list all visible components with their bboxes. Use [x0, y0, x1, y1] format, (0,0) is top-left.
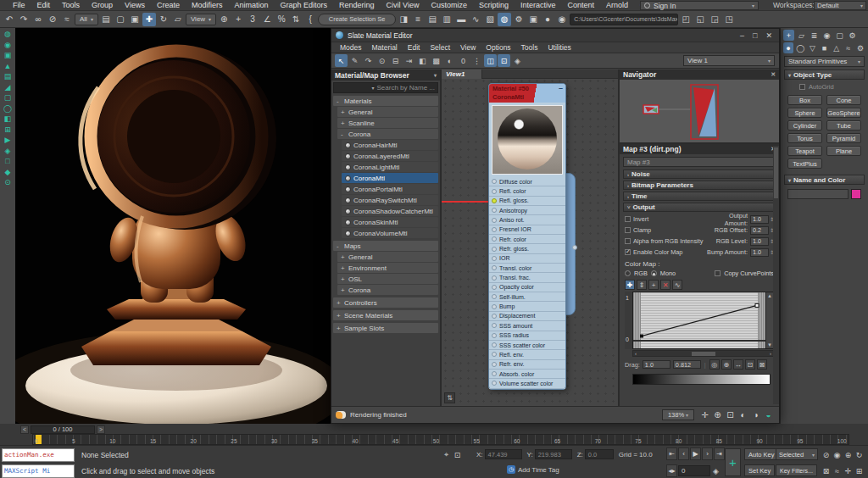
zoom-region-curve-icon[interactable]: ⊡: [745, 359, 755, 370]
zoom-region-view-icon[interactable]: ⊡: [724, 409, 737, 421]
browser-tree-row[interactable]: CoronaLightMtl: [342, 162, 438, 172]
primitive-category-select[interactable]: Standard Primitives: [784, 56, 865, 67]
unlink-selection-icon[interactable]: ⊘: [46, 13, 59, 26]
browser-tree-row[interactable]: CoronaMtl: [342, 173, 438, 183]
zoom-extents-curve-icon[interactable]: ⊠: [757, 359, 767, 370]
primitive-button[interactable]: Box: [787, 95, 822, 105]
material-slot[interactable]: Absorb. color: [489, 370, 565, 379]
zoom-curve-icon[interactable]: ⊕: [721, 359, 732, 370]
slate-menu-item[interactable]: Edit: [403, 43, 426, 52]
zoom-extents-icon[interactable]: ⊠: [821, 465, 832, 476]
move-children-icon[interactable]: ⇥: [403, 54, 415, 67]
delete-point-icon[interactable]: ✕: [660, 280, 670, 290]
menu-item[interactable]: Scripting: [473, 1, 515, 9]
menu-item[interactable]: Interactive: [515, 1, 562, 9]
slate-title-bar[interactable]: Slate Material Editor – □ ✕: [331, 29, 779, 42]
slate-menu-item[interactable]: Material: [367, 43, 403, 52]
slot-connector-dot[interactable]: [492, 189, 497, 194]
mirror-icon[interactable]: ◨: [397, 13, 410, 26]
browser-tree-row[interactable]: CoronaHairMtl: [342, 140, 438, 150]
create-tab-icon[interactable]: +: [783, 30, 794, 41]
bind-to-space-warp-icon[interactable]: ≈: [60, 13, 74, 26]
display-tab-icon[interactable]: ▢: [834, 30, 845, 41]
x-coordinate-field[interactable]: 47.439: [485, 449, 522, 459]
material-slot[interactable]: Volume scatter color: [489, 379, 565, 388]
curve-plot-area[interactable]: ▲▼: [632, 292, 774, 349]
slot-connector-dot[interactable]: [492, 304, 497, 309]
menu-item[interactable]: Customize: [425, 1, 473, 9]
menu-item[interactable]: Group: [86, 1, 119, 9]
scale-point-icon[interactable]: ⇕: [637, 280, 647, 290]
isolate-selection-icon[interactable]: ⊘: [821, 449, 832, 460]
primitive-button[interactable]: Plane: [826, 146, 861, 156]
set-key-button[interactable]: Set Key: [744, 464, 775, 476]
absolute-offset-toggle-icon[interactable]: ⊡: [452, 449, 463, 460]
move-point-icon[interactable]: ✚: [625, 280, 635, 290]
reference-coordinate-select[interactable]: View: [186, 14, 216, 25]
output-checkbox[interactable]: [625, 249, 631, 255]
menu-item[interactable]: Content: [561, 1, 600, 9]
selection-filter-select[interactable]: All: [75, 14, 98, 25]
close-icon[interactable]: ✕: [771, 71, 776, 78]
ribbon-toggle-icon[interactable]: ▬: [454, 13, 468, 26]
left-toolbar-icon[interactable]: ▤: [4, 73, 12, 81]
tab-view1[interactable]: View1: [442, 69, 482, 79]
primitive-button[interactable]: Torus: [787, 133, 822, 143]
slot-connector-dot[interactable]: [492, 236, 497, 242]
slate-menu-item[interactable]: View: [455, 43, 481, 52]
left-toolbar-icon[interactable]: ▢: [4, 94, 12, 102]
autogrid-checkbox[interactable]: [799, 84, 805, 90]
helpers-category-icon[interactable]: △: [832, 42, 842, 53]
material-slot[interactable]: Self-illum.: [489, 292, 565, 302]
search-input[interactable]: ▾ Search by Name ...: [333, 82, 438, 93]
navigator-header[interactable]: Navigator ✕: [620, 69, 779, 80]
show-shaded-material-in-viewport-icon[interactable]: ◐: [443, 54, 456, 67]
slot-connector-dot[interactable]: [492, 265, 497, 270]
select-by-name-icon[interactable]: ▤: [99, 13, 113, 26]
material-slot[interactable]: SSS radius: [489, 331, 565, 341]
menu-item[interactable]: Civil View: [381, 1, 426, 9]
use-pivot-point-icon[interactable]: ⊕: [217, 13, 231, 26]
maximize-button[interactable]: □: [753, 31, 757, 40]
browser-header[interactable]: Material/Map Browser ▾: [331, 69, 440, 81]
left-toolbar-icon[interactable]: ▶: [5, 136, 11, 144]
pan-corner-icon[interactable]: ⇅: [444, 392, 455, 403]
left-toolbar-icon[interactable]: ◍: [4, 31, 11, 38]
browser-tree-row[interactable]: CoronaLayeredMtl: [342, 151, 438, 161]
slate-menu-item[interactable]: Options: [481, 43, 515, 52]
render-preview-icon[interactable]: ◐: [737, 409, 749, 421]
map-name-field[interactable]: Map #3: [623, 157, 776, 167]
previous-frame-icon[interactable]: ‹: [678, 447, 689, 460]
menu-item[interactable]: Views: [119, 1, 151, 9]
browser-tree-row[interactable]: + General: [337, 252, 438, 262]
spinner-field[interactable]: 1.0: [750, 215, 769, 224]
update-preview-icon[interactable]: ◑: [749, 409, 762, 421]
zoom-viewport-icon[interactable]: ⊕: [843, 449, 854, 460]
browser-tree-row[interactable]: CoronaPortalMtl: [342, 184, 438, 194]
slot-connector-dot[interactable]: [492, 323, 497, 328]
pan-tool-icon[interactable]: ◈: [511, 54, 524, 67]
copy-curvepoints-checkbox[interactable]: [715, 270, 721, 276]
select-and-move-icon[interactable]: ✚: [142, 13, 156, 26]
key-filters-button[interactable]: Key Filters...: [776, 464, 817, 476]
zoom-region-tool-icon[interactable]: ⊡: [498, 54, 510, 67]
left-toolbar-icon[interactable]: □: [5, 158, 9, 165]
slot-connector-dot[interactable]: [492, 371, 497, 376]
workspace-select[interactable]: Default ▾: [814, 1, 866, 10]
menu-item[interactable]: Modifiers: [186, 1, 229, 9]
field-of-view-icon[interactable]: ≈: [832, 465, 843, 476]
browser-tree-row[interactable]: - Corona: [337, 129, 438, 139]
slot-connector-dot[interactable]: [492, 208, 497, 213]
slot-connector-dot[interactable]: [492, 381, 497, 386]
slot-connector-dot[interactable]: [492, 342, 497, 347]
project-folder-field[interactable]: C:\Users\CGcenter\Documents\3dsMax: [570, 14, 678, 25]
material-preview-sphere[interactable]: [492, 105, 563, 175]
selection-lock-icon[interactable]: ◉: [832, 449, 843, 460]
navigator-thumbnail[interactable]: [620, 80, 779, 144]
browser-tree-row[interactable]: CoronaShadowCatcherMtl: [342, 206, 438, 216]
scene-explorer-icon[interactable]: ▤: [426, 13, 439, 26]
shapes-category-icon[interactable]: ◯: [795, 42, 805, 53]
menu-item[interactable]: Graph Editors: [274, 1, 333, 9]
schematic-view-icon[interactable]: ▧: [483, 13, 497, 26]
primitive-button[interactable]: GeoSphere: [826, 108, 861, 118]
